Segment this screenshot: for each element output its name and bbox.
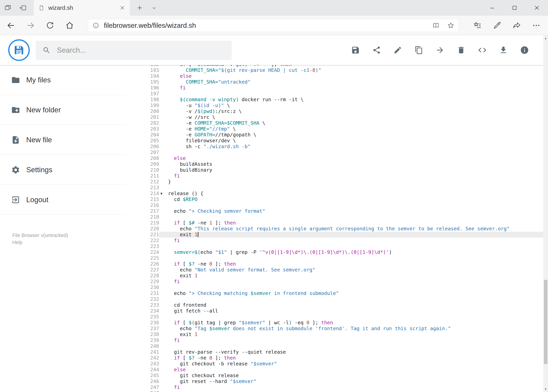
- site-info-icon[interactable]: [92, 22, 99, 29]
- code-line[interactable]: 239 fi: [142, 337, 543, 343]
- code-line[interactable]: 244 else: [142, 367, 543, 373]
- code-line[interactable]: 208 else: [142, 155, 543, 161]
- code-line[interactable]: 195 COMMIT_SHA="untracked": [142, 79, 543, 85]
- tabs-preview-icon[interactable]: [4, 4, 11, 11]
- code-line[interactable]: 200 -v /$(pwd):/src:z \: [142, 108, 543, 114]
- code-line[interactable]: 196 fi: [142, 85, 543, 91]
- code-line[interactable]: 198 $(command -v winpty) docker run --rm…: [142, 97, 543, 103]
- code-line[interactable]: 207: [142, 149, 543, 155]
- code-line[interactable]: 204 -e GOPATH=//tmp/gopath \: [142, 132, 543, 138]
- sidebar-item-logout[interactable]: Logout: [0, 185, 142, 215]
- code-line[interactable]: 192 if [ "$(command -v git)" != "" ]; th…: [142, 65, 543, 67]
- maximize-button[interactable]: [503, 0, 526, 16]
- sidebar-item-new-file[interactable]: New file: [0, 125, 142, 155]
- favorite-star-icon[interactable]: [447, 22, 454, 29]
- tab-close-icon[interactable]: [119, 5, 125, 11]
- code-line[interactable]: 245 git checkout release: [142, 373, 543, 378]
- search-input[interactable]: [57, 46, 217, 54]
- copy-button[interactable]: [408, 35, 430, 65]
- code-line[interactable]: 226 if [ $? -ne 0 ]; then: [142, 261, 543, 267]
- url-field[interactable]: filebrowser.web/files/wizard.sh: [88, 19, 459, 32]
- code-line[interactable]: 221 exit 1: [142, 232, 543, 238]
- browser-tab[interactable]: wizard.sh: [33, 0, 130, 16]
- code-line[interactable]: 246 git reset --hard "$semver": [142, 378, 543, 384]
- code-line[interactable]: 194 else: [142, 73, 543, 79]
- raw-view-button[interactable]: [472, 35, 493, 65]
- help-link[interactable]: Help: [12, 239, 68, 246]
- code-line[interactable]: 220 echo "This release script requires a…: [142, 226, 543, 232]
- code-line[interactable]: 231 echo "> Checking matching $semver in…: [142, 290, 543, 296]
- code-line[interactable]: 219 if [ $# -ne 1 ]; then: [142, 220, 543, 226]
- reading-view-icon[interactable]: [432, 22, 440, 29]
- code-line[interactable]: 232: [142, 296, 543, 302]
- minimize-button[interactable]: [481, 0, 503, 16]
- web-note-pen-icon[interactable]: [487, 18, 507, 33]
- code-line[interactable]: 193 COMMIT_SHA="$(git rev-parse HEAD | c…: [142, 67, 543, 73]
- tab-preview-chevron-icon[interactable]: [148, 0, 160, 16]
- code-line[interactable]: 243 git checkout -b release "$semver": [142, 361, 543, 367]
- scroll-down-arrow[interactable]: ▼: [543, 386, 548, 392]
- new-tab-button[interactable]: [132, 0, 147, 16]
- sidebar-item-my-files[interactable]: My files: [0, 65, 142, 95]
- code-line[interactable]: 248: [142, 390, 543, 392]
- code-line[interactable]: 214▾release () {: [142, 191, 543, 196]
- sidebar-item-new-folder[interactable]: New folder: [0, 95, 142, 125]
- filebrowser-logo[interactable]: [8, 39, 30, 61]
- code-line[interactable]: 199 -u "$(id -u)" \: [142, 103, 543, 108]
- code-line[interactable]: 236 if [ $(git tag | grep "$semver" | wc…: [142, 320, 543, 326]
- code-line[interactable]: 203 -e HOME="//tmp" \: [142, 126, 543, 132]
- vertical-scrollbar[interactable]: ▲ ▼: [543, 35, 548, 392]
- forward-button[interactable]: [25, 18, 36, 33]
- delete-button[interactable]: [451, 35, 472, 65]
- code-line[interactable]: 209 buildAssets: [142, 161, 543, 167]
- code-line[interactable]: 227 echo "Not valid semver format. See s…: [142, 267, 543, 273]
- scrollbar-thumb[interactable]: [544, 280, 548, 364]
- code-line[interactable]: 238 exit 1: [142, 331, 543, 337]
- code-line[interactable]: 234 git fetch --all: [142, 308, 543, 314]
- code-line[interactable]: 247 fi: [142, 384, 543, 390]
- code-line[interactable]: 225: [142, 255, 543, 261]
- code-line[interactable]: 211 fi: [142, 173, 543, 179]
- code-line[interactable]: 202 -e COMMIT_SHA=$COMMIT_SHA \: [142, 120, 543, 126]
- code-line[interactable]: 216: [142, 202, 543, 208]
- search-bar[interactable]: [36, 41, 232, 60]
- code-line[interactable]: 215 cd $REPO: [142, 196, 543, 202]
- code-line[interactable]: 229 fi: [142, 279, 543, 285]
- code-line[interactable]: 230: [142, 285, 543, 290]
- code-line[interactable]: 223: [142, 244, 543, 249]
- sidebar-item-settings[interactable]: Settings: [0, 155, 142, 185]
- info-button[interactable]: [514, 35, 535, 65]
- code-line[interactable]: 206 sh -c "./wizard.sh -b": [142, 144, 543, 149]
- code-line[interactable]: 240: [142, 343, 543, 349]
- code-line[interactable]: 224 semver=$(echo "$1" | grep -P '^v(0|[…: [142, 249, 543, 255]
- refresh-button[interactable]: [45, 18, 55, 33]
- code-line[interactable]: 242 if [ $? -ne 0 ]; then: [142, 355, 543, 361]
- scroll-up-arrow[interactable]: ▲: [543, 36, 548, 41]
- home-button[interactable]: [64, 18, 75, 33]
- code-line[interactable]: 217 echo "> Checking semver format": [142, 208, 543, 214]
- share-icon[interactable]: [507, 18, 527, 33]
- code-line[interactable]: 233 cd frontend: [142, 302, 543, 308]
- code-line[interactable]: 212}: [142, 179, 543, 185]
- code-line[interactable]: 213: [142, 185, 543, 191]
- back-button[interactable]: [6, 18, 16, 33]
- code-line[interactable]: 222 fi: [142, 238, 543, 244]
- share-button[interactable]: [366, 35, 387, 65]
- fold-arrow-icon[interactable]: ▾: [159, 191, 168, 196]
- code-line[interactable]: 241 git rev-parse --verify --quiet relea…: [142, 349, 543, 355]
- code-line[interactable]: 205 filebrowser/dev \: [142, 138, 543, 144]
- save-button[interactable]: [345, 35, 366, 65]
- set-tabs-aside-icon[interactable]: [20, 4, 27, 11]
- code-line[interactable]: 237 echo "Tag $semver does not exist in …: [142, 326, 543, 331]
- code-line[interactable]: 228 exit 1: [142, 273, 543, 279]
- code-editor[interactable]: 192 if [ "$(command -v git)" != "" ]; th…: [142, 65, 543, 392]
- hub-favorites-icon[interactable]: [468, 18, 487, 33]
- code-line[interactable]: 197: [142, 91, 543, 97]
- move-button[interactable]: [430, 35, 451, 65]
- more-menu-icon[interactable]: [527, 18, 546, 33]
- rename-button[interactable]: [387, 35, 408, 65]
- code-line[interactable]: 218: [142, 214, 543, 220]
- code-line[interactable]: 235: [142, 314, 543, 320]
- code-line[interactable]: 201 -w //src \: [142, 114, 543, 120]
- code-line[interactable]: 210 buildBinary: [142, 167, 543, 173]
